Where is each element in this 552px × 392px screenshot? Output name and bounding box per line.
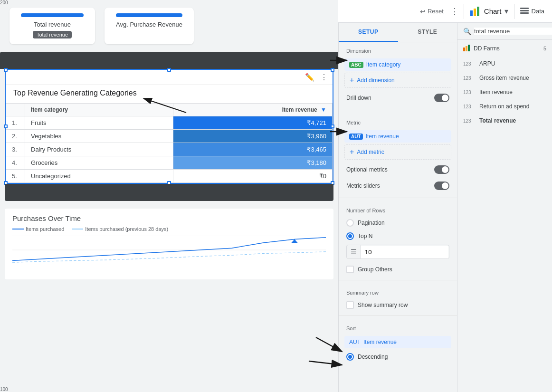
col-category[interactable]: Item category bbox=[25, 104, 173, 116]
divider1 bbox=[339, 110, 457, 110]
svg-rect-7 bbox=[474, 9, 476, 16]
setup-panel-scroll: Dimension ABC Item category + Add dimens… bbox=[339, 42, 457, 392]
descending-radio[interactable] bbox=[346, 353, 354, 361]
data-item-type-item-rev: 123 bbox=[463, 90, 476, 95]
add-dimension-label: Add dimension bbox=[357, 77, 394, 84]
row4-cat: Groceries bbox=[25, 156, 173, 170]
add-dimension-icon: + bbox=[350, 76, 354, 85]
row2-rev: ₹3,960 bbox=[173, 130, 333, 143]
svg-rect-10 bbox=[520, 10, 529, 11]
descending-row: Descending bbox=[339, 350, 457, 363]
edit-widget-button[interactable]: ✏️ bbox=[303, 72, 316, 83]
y-label-200: 200 bbox=[0, 0, 14, 5]
metric-type-badge: AUT bbox=[349, 134, 363, 140]
total-revenue-bar bbox=[21, 13, 84, 17]
chart-chevron-button[interactable]: ▾ bbox=[504, 7, 508, 16]
top-rows-label: Top rows bbox=[448, 247, 449, 257]
data-item-name-item-rev: Item revenue bbox=[479, 89, 546, 96]
more-widget-button[interactable]: ⋮ bbox=[318, 72, 330, 83]
legend-item-2: Items purchased (previous 28 days) bbox=[72, 226, 168, 232]
data-panel-button[interactable]: Data bbox=[516, 8, 548, 15]
sort-type-badge: AUT bbox=[349, 339, 361, 345]
col-revenue-label: Item revenue bbox=[282, 106, 317, 113]
chart-widget-title: Top Revenue Generating Categories bbox=[6, 85, 333, 103]
data-item-name-return-ad: Return on ad spend bbox=[479, 103, 546, 110]
metric-sliders-row: Metric sliders bbox=[339, 178, 457, 194]
add-metric-button[interactable]: + Add metric bbox=[344, 144, 451, 160]
metric-sliders-toggle[interactable] bbox=[434, 182, 449, 190]
sort-arrow-icon: ▼ bbox=[321, 106, 326, 113]
table-row: 4. Groceries ₹3,180 bbox=[6, 156, 333, 170]
sort-section-label: Sort bbox=[339, 320, 457, 334]
optional-metrics-toggle[interactable] bbox=[434, 165, 449, 174]
data-item-gross[interactable]: 123 Gross item revenue bbox=[457, 71, 552, 85]
handle-mr[interactable] bbox=[331, 124, 334, 128]
add-dimension-button[interactable]: + Add dimension bbox=[344, 73, 451, 88]
more-options-button[interactable]: ⋮ bbox=[447, 4, 462, 19]
group-others-row: Group Others bbox=[339, 263, 457, 276]
chart-area-wrapper: 200 100 bbox=[12, 236, 326, 274]
divider4 bbox=[339, 316, 457, 316]
table-row: 1. Fruits ₹4,721 bbox=[6, 116, 333, 130]
chart-label: Chart bbox=[484, 7, 502, 15]
top-n-radio[interactable] bbox=[346, 232, 354, 240]
sort-value: Item revenue bbox=[363, 339, 397, 345]
toolbar-divider bbox=[464, 4, 464, 19]
reset-label: Reset bbox=[428, 8, 444, 15]
data-icon bbox=[520, 8, 529, 15]
panels-row: SETUP STYLE Dimension ABC Item category … bbox=[338, 23, 552, 392]
avg-purchase-label: Avg. Purchase Revenue bbox=[116, 21, 182, 28]
divider2 bbox=[339, 198, 457, 198]
chart-type-icon bbox=[470, 6, 481, 17]
rows-icon: ☰ bbox=[347, 245, 361, 258]
toolbar-divider2 bbox=[514, 4, 514, 19]
search-icon: 🔍 bbox=[463, 28, 471, 35]
svg-rect-12 bbox=[463, 48, 465, 51]
data-item-total-revenue[interactable]: 123 Total revenue bbox=[457, 114, 552, 128]
data-item-dd-farms[interactable]: DD Farms 5 bbox=[457, 40, 552, 57]
svg-rect-11 bbox=[520, 12, 529, 14]
add-metric-icon: + bbox=[350, 148, 354, 156]
data-item-arpu[interactable]: 123 ARPU bbox=[457, 57, 552, 71]
group-others-checkbox[interactable] bbox=[346, 266, 354, 273]
data-item-name-arpu: ARPU bbox=[479, 60, 546, 67]
pagination-row: Pagination bbox=[339, 216, 457, 229]
drill-down-label: Drill down bbox=[346, 95, 371, 101]
metric-sliders-label: Metric sliders bbox=[346, 182, 380, 189]
handle-tr[interactable] bbox=[331, 68, 334, 72]
col-revenue[interactable]: Item revenue ▼ bbox=[173, 104, 333, 116]
dimension-section-label: Dimension bbox=[339, 42, 457, 57]
data-search-input[interactable] bbox=[474, 28, 552, 35]
data-item-name-dd-farms: DD Farms bbox=[474, 45, 541, 52]
data-item-item-revenue[interactable]: 123 Item revenue bbox=[457, 85, 552, 99]
summary-row-label: Summary row bbox=[339, 284, 457, 298]
show-summary-checkbox[interactable] bbox=[346, 301, 354, 309]
undo-icon: ↩ bbox=[420, 8, 426, 15]
legend-item-1: Items purchased bbox=[12, 226, 64, 232]
drill-down-toggle[interactable] bbox=[434, 94, 449, 102]
top-rows-input[interactable] bbox=[361, 246, 448, 258]
data-right-panel: 🔍 ✕ DD Farms bbox=[457, 23, 552, 392]
pagination-radio[interactable] bbox=[346, 219, 354, 227]
tab-style[interactable]: STYLE bbox=[398, 23, 457, 42]
tab-setup[interactable]: SETUP bbox=[339, 23, 398, 42]
chart-y-labels: 200 100 bbox=[0, 0, 14, 392]
show-summary-row: Show summary row bbox=[339, 298, 457, 312]
metric-chip[interactable]: AUT Item revenue bbox=[344, 130, 451, 143]
sort-chip[interactable]: AUT Item revenue bbox=[344, 336, 451, 348]
svg-rect-9 bbox=[520, 8, 529, 9]
legend-label-1: Items purchased bbox=[26, 226, 64, 232]
reset-button[interactable]: ↩ Reset bbox=[416, 5, 447, 18]
row4-rev: ₹3,180 bbox=[173, 156, 333, 170]
dimension-chip[interactable]: ABC Item category bbox=[344, 58, 451, 71]
metric-cards-area: Total revenue Total revenue Avg. Purchas… bbox=[0, 0, 338, 52]
handle-tm[interactable] bbox=[167, 68, 171, 72]
dark-bottom-bar bbox=[5, 184, 333, 201]
data-item-return-ad[interactable]: 123 Return on ad spend bbox=[457, 99, 552, 114]
data-label: Data bbox=[532, 8, 544, 15]
pagination-label: Pagination bbox=[358, 220, 385, 226]
total-revenue-badge[interactable]: Total revenue bbox=[33, 31, 72, 38]
dimension-value: Item category bbox=[366, 61, 401, 68]
row5-rev: ₹0 bbox=[173, 170, 333, 183]
drill-down-row: Drill down bbox=[339, 90, 457, 106]
